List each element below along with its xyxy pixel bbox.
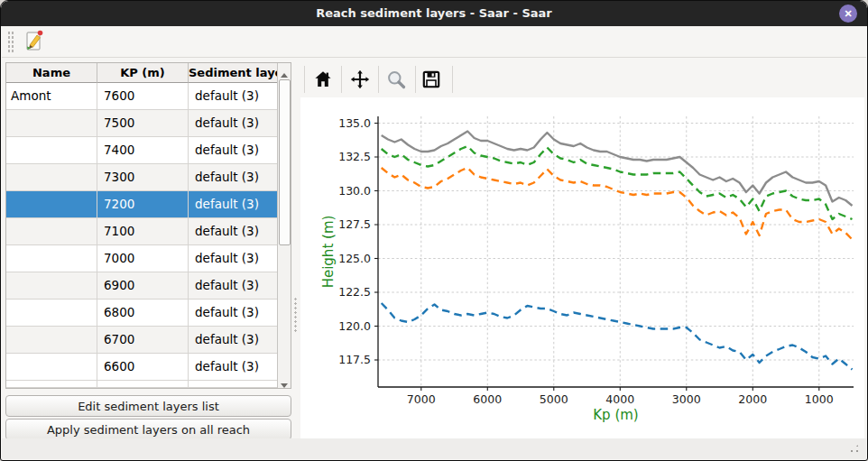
cell-name[interactable] (6, 110, 97, 137)
cell-name[interactable] (6, 137, 97, 164)
toolbar-separator (415, 66, 416, 93)
series-blue-dashed-line (382, 303, 853, 370)
table-row-kp-7200[interactable]: 7200default (3) (6, 191, 277, 218)
cell-layers[interactable]: default (3) (189, 327, 277, 354)
x-axis-tick-label: 2000 (738, 392, 767, 406)
toolbar-drag-handle[interactable] (7, 31, 15, 52)
cell-layers[interactable]: default (3) (189, 137, 277, 164)
cell-layers[interactable]: default (3) (189, 245, 277, 272)
home-icon (312, 69, 334, 90)
cell-name[interactable]: Amont (6, 83, 97, 110)
titlebar[interactable]: Reach sediment layers - Saar - Saar ✕ (1, 1, 867, 26)
cell-kp[interactable]: 7200 (97, 191, 189, 218)
save-floppy-icon (420, 69, 442, 90)
scrollbar-thumb[interactable] (279, 79, 291, 245)
apply-sediment-layers-button[interactable]: Apply sediment layers on all reach (5, 419, 291, 440)
scroll-down-button[interactable] (278, 374, 291, 387)
column-header-kp[interactable]: KP (m) (97, 63, 189, 83)
table-row-kp-6600[interactable]: 6600default (3) (6, 354, 277, 381)
edit-sediment-tool-button[interactable] (21, 28, 48, 55)
edit-sediment-layers-list-button[interactable]: Edit sediment layers list (5, 395, 291, 417)
resize-grip[interactable] (844, 443, 861, 456)
close-button[interactable]: ✕ (839, 5, 857, 23)
plot-zoom-button[interactable] (383, 66, 410, 93)
cell-empty (97, 381, 189, 388)
y-axis-tick-label: 130.0 (338, 184, 371, 198)
cell-layers[interactable]: default (3) (189, 300, 277, 327)
cell-kp[interactable]: 7500 (97, 110, 189, 137)
y-axis-tick-label: 117.5 (338, 353, 371, 366)
x-axis-tick-label: 7000 (407, 392, 436, 406)
table-body: Amont7600default (3)7500default (3)7400d… (6, 83, 277, 388)
close-icon: ✕ (844, 8, 852, 19)
window-title: Reach sediment layers - Saar - Saar (1, 1, 867, 26)
cell-name[interactable] (6, 300, 97, 327)
cell-name[interactable] (6, 272, 97, 300)
column-header-name[interactable]: Name (6, 63, 97, 83)
zoom-magnifier-icon (385, 69, 407, 90)
table-row-kp-7600[interactable]: Amont7600default (3) (6, 83, 277, 110)
cell-kp[interactable]: 7600 (97, 83, 189, 110)
cell-kp[interactable]: 7100 (97, 218, 189, 245)
series-orange-dashed-line (382, 168, 853, 240)
table-row-kp-7400[interactable]: 7400default (3) (6, 137, 277, 164)
document-pencil-icon (23, 29, 46, 52)
cell-name[interactable] (6, 218, 97, 245)
table-row-kp-6800[interactable]: 6800default (3) (6, 300, 277, 327)
plot-home-button[interactable] (309, 66, 337, 93)
column-header-sediment-layers[interactable]: Sediment layers (189, 63, 277, 83)
pan-arrows-icon (349, 69, 371, 90)
plot-save-button[interactable] (418, 66, 445, 93)
x-axis-tick-label: 1000 (805, 392, 834, 406)
x-axis-tick-label: 6000 (473, 392, 502, 406)
cell-layers[interactable]: default (3) (189, 272, 277, 300)
table-row-kp-7100[interactable]: 7100default (3) (6, 218, 277, 245)
cell-name[interactable] (6, 354, 97, 381)
toolbar-separator (452, 66, 453, 93)
cell-layers[interactable]: default (3) (189, 83, 277, 110)
table-row-kp-7000[interactable]: 7000default (3) (6, 245, 277, 272)
table-scrollbar[interactable] (277, 63, 291, 388)
table-header-row: Name KP (m) Sediment layers (6, 63, 277, 83)
cell-name[interactable] (6, 327, 97, 354)
y-axis-tick-label: 125.0 (338, 252, 371, 265)
scroll-up-button[interactable] (278, 64, 291, 77)
cell-kp[interactable]: 6800 (97, 300, 189, 327)
plot-pan-button[interactable] (346, 66, 374, 93)
cell-kp[interactable]: 6900 (97, 272, 189, 300)
cell-kp[interactable]: 6700 (97, 327, 189, 354)
cell-name[interactable] (6, 245, 97, 272)
toolbar-separator (341, 66, 342, 93)
toolbar-separator (378, 66, 379, 93)
cell-kp[interactable]: 7400 (97, 137, 189, 164)
cell-name[interactable] (6, 191, 97, 218)
cell-kp[interactable]: 7300 (97, 164, 189, 191)
y-axis-label: Height (m) (320, 216, 337, 289)
status-bar (2, 438, 866, 459)
cell-empty (189, 381, 277, 388)
table-row-kp-7300[interactable]: 7300default (3) (6, 164, 277, 191)
reach-sediment-layers-window: Reach sediment layers - Saar - Saar ✕ Na… (0, 0, 868, 461)
scroll-up-icon (281, 73, 288, 78)
table-row-kp-6900[interactable]: 6900default (3) (6, 272, 277, 300)
cell-kp[interactable]: 7000 (97, 245, 189, 272)
x-axis-tick-label: 3000 (672, 392, 701, 406)
cell-kp[interactable]: 6600 (97, 354, 189, 381)
y-axis-tick-label: 132.5 (338, 150, 371, 163)
table-row-partial (6, 381, 277, 388)
cell-layers[interactable]: default (3) (189, 110, 277, 137)
height-vs-kp-chart: 7000600050004000300020001000117.5120.012… (300, 97, 864, 440)
y-axis-tick-label: 135.0 (338, 116, 371, 130)
cell-layers[interactable]: default (3) (189, 218, 277, 245)
cell-layers[interactable]: default (3) (189, 191, 277, 218)
chart-canvas[interactable]: 7000600050004000300020001000117.5120.012… (300, 97, 864, 440)
panel-splitter-handle[interactable] (293, 297, 298, 333)
table-row-kp-6700[interactable]: 6700default (3) (6, 327, 277, 354)
y-axis-tick-label: 127.5 (338, 217, 371, 231)
scroll-down-icon (281, 383, 288, 388)
cell-name[interactable] (6, 164, 97, 191)
cell-layers[interactable]: default (3) (189, 164, 277, 191)
cell-layers[interactable]: default (3) (189, 354, 277, 381)
sediment-table-panel: Name KP (m) Sediment layers Amont7600def… (5, 62, 291, 389)
table-row-kp-7500[interactable]: 7500default (3) (6, 110, 277, 137)
